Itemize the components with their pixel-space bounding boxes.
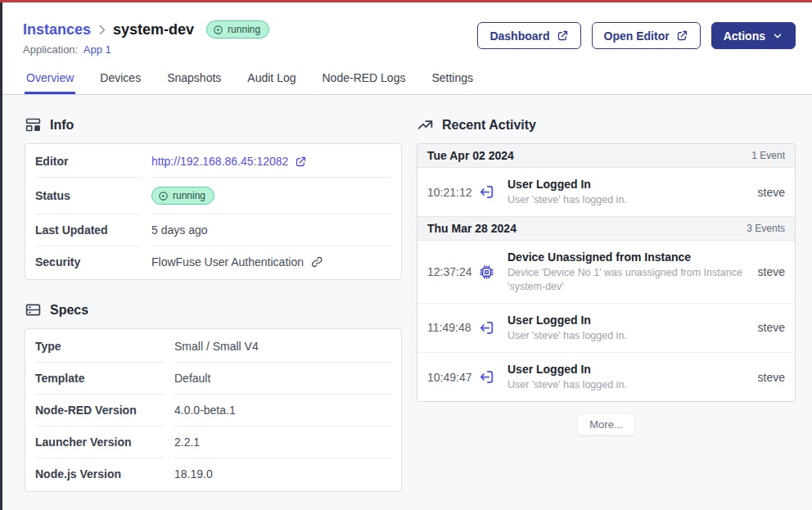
external-link-icon [295, 156, 307, 168]
recent-activity-label: Recent Activity [442, 118, 536, 133]
specs-value: 18.19.0 [174, 458, 391, 490]
specs-section-title: Specs [25, 301, 402, 318]
audit-entry-title: User Logged In [508, 314, 751, 327]
specs-row-nodejs-version: Node.js Version 18.19.0 [35, 458, 391, 490]
left-column: Info Editor http://192.168.86.45:12082 S… [25, 116, 402, 492]
actions-button-label: Actions [724, 29, 765, 43]
info-label: Security [35, 246, 142, 278]
audit-entry: 12:37:24 Device Unassigned from Instance… [417, 241, 795, 303]
login-icon [478, 183, 495, 201]
chip-icon [478, 264, 495, 281]
audit-entry-body: User Logged In User 'steve' has logged i… [508, 178, 758, 206]
chevron-down-icon [772, 30, 783, 42]
login-icon [478, 368, 495, 386]
specs-value: Small / Small V4 [174, 331, 391, 363]
activity-date-header: Thu Mar 28 2024 3 Events [417, 216, 795, 241]
activity-date: Tue Apr 02 2024 [427, 149, 514, 162]
info-section-title: Info [25, 116, 402, 133]
audit-entry-time: 10:49:47 [427, 371, 478, 384]
info-label: Editor [35, 146, 142, 178]
specs-row-type: Type Small / Small V4 [35, 331, 391, 363]
tab-snapshots[interactable]: Snapshots [165, 68, 223, 94]
open-editor-button[interactable]: Open Editor [592, 22, 701, 49]
specs-value: 2.2.1 [174, 427, 391, 458]
audit-entry: 10:21:12 User Logged In User 'steve' has… [417, 168, 795, 216]
info-row-security: Security FlowFuse User Authentication [35, 246, 391, 278]
info-section-label: Info [50, 118, 74, 133]
tab-devices[interactable]: Devices [98, 68, 142, 94]
play-circle-icon [213, 25, 223, 35]
audit-entry-user: steve [758, 371, 785, 384]
tab-audit-log[interactable]: Audit Log [246, 68, 297, 94]
server-icon [25, 301, 42, 318]
info-label: Status [35, 178, 142, 214]
activity-event-count: 1 Event [751, 150, 785, 161]
activity-date-header: Tue Apr 02 2024 1 Event [417, 144, 795, 168]
info-panel: Editor http://192.168.86.45:12082 Status… [25, 143, 402, 280]
login-icon [478, 319, 495, 336]
specs-row-template: Template Default [35, 363, 391, 395]
audit-entry-description: User 'steve' has logged in. [508, 193, 751, 206]
play-circle-icon [158, 191, 169, 201]
instance-overview-page: Instances system-dev running Application… [0, 0, 812, 510]
specs-panel: Type Small / Small V4 Template Default N… [25, 328, 402, 492]
info-label: Last Updated [35, 214, 142, 246]
specs-label: Launcher Version [35, 427, 165, 458]
application-label: Application: [23, 43, 78, 56]
last-updated-value: 5 days ago [151, 214, 391, 246]
specs-row-node-red-version: Node-RED Version 4.0.0-beta.1 [35, 395, 391, 427]
recent-activity-section-title: Recent Activity [417, 116, 796, 133]
dashboard-button[interactable]: Dashboard [477, 22, 580, 49]
info-row-last-updated: Last Updated 5 days ago [35, 214, 391, 246]
activity-event-count: 3 Events [747, 223, 785, 234]
specs-section-label: Specs [50, 303, 88, 318]
trending-up-icon [417, 116, 434, 133]
actions-button[interactable]: Actions [711, 22, 796, 49]
audit-entry-user: steve [758, 186, 785, 199]
dashboard-button-label: Dashboard [489, 29, 549, 43]
main-content: Info Editor http://192.168.86.45:12082 S… [0, 95, 812, 492]
load-more-row: More... [417, 413, 796, 436]
audit-entry-description: User 'steve' has logged in. [508, 378, 751, 391]
audit-entry-title: Device Unassigned from Instance [508, 250, 751, 264]
tab-bar: Overview Devices Snapshots Audit Log Nod… [25, 68, 796, 94]
specs-value: 4.0.0-beta.1 [174, 395, 391, 427]
specs-label: Node.js Version [35, 458, 165, 490]
editor-url-link[interactable]: http://192.168.86.45:12082 [151, 155, 288, 168]
breadcrumb-instances-link[interactable]: Instances [23, 21, 91, 38]
tab-overview[interactable]: Overview [25, 68, 75, 94]
screen-top-border [0, 0, 812, 2]
sidebar-edge [0, 0, 2, 510]
audit-entry-title: User Logged In [508, 363, 751, 376]
info-row-status: Status running [35, 178, 391, 214]
tab-settings[interactable]: Settings [430, 68, 475, 94]
open-editor-button-label: Open Editor [604, 29, 670, 43]
status-badge: running [151, 187, 214, 205]
page-header: Instances system-dev running Application… [0, 0, 812, 95]
audit-entry-description: User 'steve' has logged in. [508, 329, 751, 342]
audit-entry-user: steve [758, 321, 785, 334]
specs-label: Template [35, 363, 165, 395]
external-link-icon [676, 29, 688, 42]
page-title: system-dev [113, 21, 194, 38]
tab-node-red-logs[interactable]: Node-RED Logs [321, 68, 408, 94]
activity-log: Tue Apr 02 2024 1 Event 10:21:12 User Lo… [417, 143, 796, 402]
audit-entry-time: 12:37:24 [427, 265, 478, 278]
template-icon [25, 116, 42, 133]
link-icon[interactable] [310, 255, 323, 269]
activity-date: Thu Mar 28 2024 [427, 222, 517, 235]
right-column: Recent Activity Tue Apr 02 2024 1 Event … [417, 116, 796, 492]
audit-entry: 10:49:47 User Logged In User 'steve' has… [417, 352, 795, 401]
audit-entry-body: Device Unassigned from Instance Device '… [508, 250, 758, 293]
more-button[interactable]: More... [577, 413, 634, 436]
specs-label: Type [35, 331, 165, 363]
application-link[interactable]: App 1 [83, 43, 111, 56]
audit-entry-user: steve [758, 265, 785, 278]
specs-label: Node-RED Version [35, 395, 165, 427]
audit-entry-time: 11:49:48 [427, 321, 478, 334]
audit-entry-time: 10:21:12 [427, 186, 478, 199]
audit-entry-title: User Logged In [508, 178, 751, 191]
specs-value: Default [174, 363, 391, 395]
audit-entry-description: Device 'Device No 1' was unassigned from… [508, 266, 751, 293]
external-link-icon [557, 29, 569, 42]
